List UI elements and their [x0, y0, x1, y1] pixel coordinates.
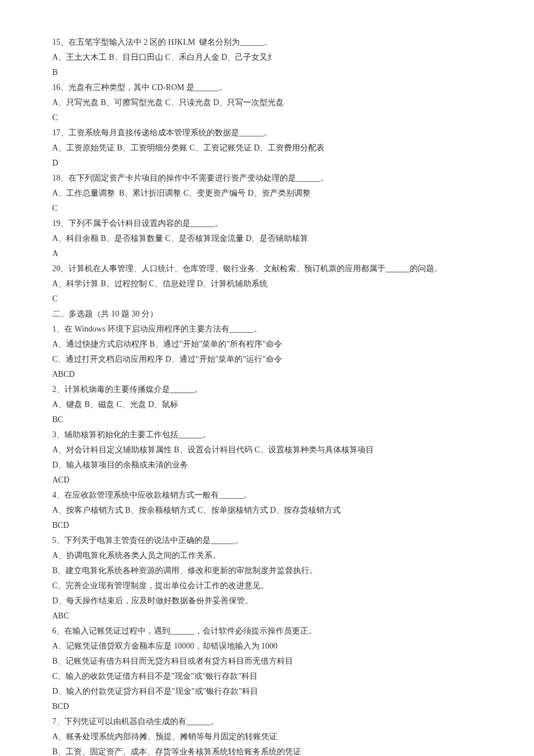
text-line: C、完善企业现有管理制度，提出单位会计工作的改进意见。	[52, 578, 482, 593]
text-line: BC	[52, 412, 482, 427]
text-line: B、工资、固定资产、成本、存货等业务核算系统转给账务系统的凭证	[52, 744, 482, 756]
text-line: A、记账凭证借贷双方金额本应是 10000，却错误地输入为 1000	[52, 639, 482, 654]
text-line: 20、计算机在人事管理、人口统计、仓库管理、银行业务、文献检索、预订机票的应用都…	[52, 261, 482, 276]
text-line: B	[52, 65, 482, 80]
document-body: 15、在五笔字型输入法中 2 区的 HJKLM 键名分别为______。A、王土…	[52, 35, 482, 756]
text-line: A、工作总量调整 B、累计折旧调整 C、变更资产编号 D、资产类别调整	[52, 186, 482, 201]
text-line: A、账务处理系统内部待摊、预提、摊销等每月固定的转账凭证	[52, 729, 482, 744]
text-line: 二、多选题（共 10 题 30 分）	[52, 307, 482, 322]
text-line: 3、辅助核算初始化的主要工作包括______。	[52, 427, 482, 442]
text-line: A、科学计算 B、过程控制 C、信息处理 D、计算机辅助系统	[52, 276, 482, 291]
text-line: A、协调电算化系统各类人员之间的工作关系。	[52, 548, 482, 563]
text-line: BCD	[52, 518, 482, 533]
text-line: C、通过打开文档启动应用程序 D、通过"开始"菜单的"运行"命令	[52, 352, 482, 367]
text-line: B、建立电算化系统各种资源的调用、修改和更新的审批制度并监督执行。	[52, 563, 482, 578]
text-line: A、只写光盘 B、可擦写型光盘 C、只读光盘 D、只写一次型光盘	[52, 95, 482, 110]
text-line: A、按客户核销方式 B、按余额核销方式 C、按单据核销方式 D、按存货核销方式	[52, 503, 482, 518]
text-line: 2、计算机病毒的主要传播媒介是______。	[52, 382, 482, 397]
text-line: D、输入的付款凭证贷方科目不是"现金"或"银行存款"科目	[52, 684, 482, 699]
text-line: ACD	[52, 473, 482, 488]
text-line: D、每天操作结束后，应及时做好数据备份并妥善保管。	[52, 593, 482, 609]
text-line: B、记账凭证有借方科目而无贷方科目或者有贷方科目而无借方科目	[52, 654, 482, 669]
text-line: A、科目余额 B、是否核算数量 C、是否核算现金流量 D、是否辅助核算	[52, 231, 482, 246]
text-line: C	[52, 110, 482, 125]
text-line: ABCD	[52, 367, 482, 382]
text-line: A、键盘 B、磁盘 C、光盘 D、鼠标	[52, 397, 482, 412]
text-line: C、输入的收款凭证借方科目不是"现金"或"银行存款"科目	[52, 669, 482, 684]
text-line: 4、在应收款管理系统中应收款核销方式一般有______。	[52, 488, 482, 503]
text-line: D	[52, 156, 482, 171]
text-line: 16、光盘有三种类型，其中 CD-ROM 是______。	[52, 80, 482, 95]
text-line: A、王土大木工 B、目日口田山 C、禾白月人金 D、己子女又纟	[52, 50, 482, 65]
text-line: 18、在下列固定资产卡片项目的操作中不需要进行资产变动处理的是______。	[52, 171, 482, 186]
text-line: 1、在 Windows 环境下启动应用程序的主要方法有______。	[52, 322, 482, 337]
text-line: D、输入核算项目的余额或未清的业务	[52, 458, 482, 473]
text-line: A	[52, 246, 482, 261]
text-line: C	[52, 201, 482, 216]
text-line: 5、下列关于电算主管责任的说法中正确的是______。	[52, 533, 482, 548]
text-line: A、对会计科目定义辅助核算属性 B、设置会计科目代码 C、设置核算种类与具体核算…	[52, 442, 482, 458]
text-line: A、通过快捷方式启动程序 B、通过"开始"菜单的"所有程序"命令	[52, 337, 482, 352]
text-line: 19、下列不属于会计科目设置内容的是______。	[52, 216, 482, 231]
text-line: 15、在五笔字型输入法中 2 区的 HJKLM 键名分别为______。	[52, 35, 482, 50]
text-line: C	[52, 291, 482, 307]
text-line: 6、在输入记账凭证过程中，遇到______，会计软件必须提示操作员更正。	[52, 624, 482, 639]
text-line: 7、下列凭证可以由机器自动生成的有______。	[52, 714, 482, 729]
text-line: BCD	[52, 699, 482, 714]
text-line: 17、工资系统每月直接传递给成本管理系统的数据是______。	[52, 125, 482, 141]
text-line: A、工资原始凭证 B、工资明细分类账 C、工资记账凭证 D、工资费用分配表	[52, 141, 482, 156]
text-line: ABC	[52, 609, 482, 624]
